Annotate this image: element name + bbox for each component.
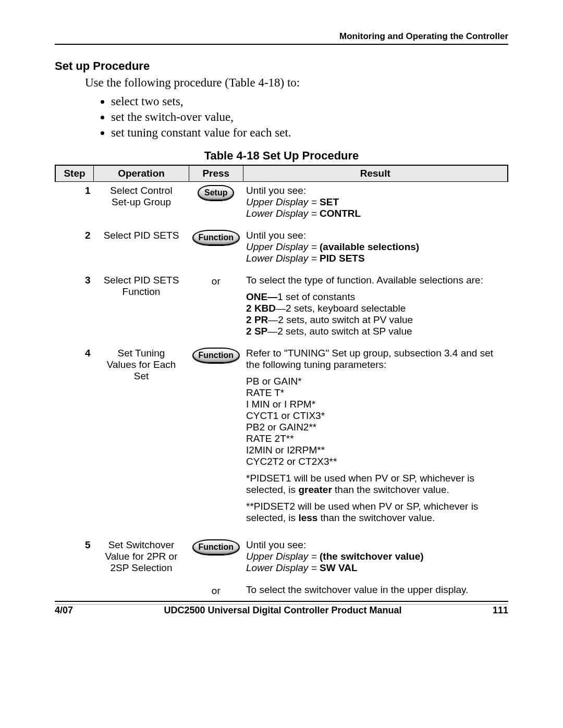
result-line: Until you see: — [246, 539, 505, 551]
bullet-list: select two sets, set the switch-over val… — [90, 95, 508, 140]
intro-text: Use the following procedure (Table 4-18)… — [85, 76, 508, 90]
operation-line: Set — [97, 371, 186, 382]
table-row: 1 Select Control Set-up Group Setup Unti… — [55, 182, 508, 227]
operation-line: Set-up Group — [97, 196, 186, 208]
param-line: PB or GAIN* — [246, 376, 505, 387]
option-bold: 2 SP — [246, 326, 267, 337]
result-cell: To select the type of function. Availabl… — [243, 272, 508, 344]
option-text: —2 sets, auto switch at PV value — [268, 314, 413, 325]
lower-display-value: CONTRL — [320, 208, 361, 219]
operation-line: Set Tuning — [97, 348, 186, 359]
setup-key-icon: Setup — [198, 185, 234, 201]
option-text: —2 sets, auto switch at SP value — [267, 326, 412, 337]
note-text: than the switchover value. — [332, 484, 449, 495]
result-line: Until you see: — [246, 230, 505, 241]
lower-display-label: Lower Display = — [246, 562, 320, 573]
upper-display-label: Upper Display = — [246, 196, 320, 207]
param-line: I2MIN or I2RPM** — [246, 445, 505, 456]
param-line: I MIN or I RPM* — [246, 399, 505, 410]
upper-display-label: Upper Display = — [246, 551, 320, 562]
param-line: RATE 2T** — [246, 433, 505, 445]
step-number: 1 — [55, 182, 94, 227]
operation-cell: Select PID SETS Function — [94, 272, 189, 344]
note-2: **PIDSET2 will be used when PV or SP, wh… — [246, 501, 505, 524]
operation-line: Function — [97, 286, 186, 298]
option-text: —2 sets, keyboard selectable — [276, 303, 406, 314]
footer-date: 4/07 — [55, 605, 73, 616]
result-line: ONE—1 set of constants — [246, 291, 505, 303]
table-row: 2 Select PID SETS Function Until you see… — [55, 227, 508, 272]
option-bold: 2 PR — [246, 314, 268, 325]
lower-display-label: Lower Display = — [246, 208, 320, 219]
option-bold: 2 KBD — [246, 303, 276, 314]
table-header-row: Step Operation Press Result — [55, 165, 508, 182]
function-key-icon: Function — [192, 539, 240, 555]
operation-cell: Set Tuning Values for Each Set — [94, 344, 189, 536]
option-bold: ONE— — [246, 291, 277, 302]
param-line: PB2 or GAIN2** — [246, 422, 505, 433]
result-cell: Until you see: Upper Display = (the swit… — [243, 536, 508, 581]
footer-rule — [55, 601, 508, 602]
th-operation: Operation — [94, 165, 189, 182]
press-cell: Setup — [189, 182, 243, 227]
result-line: Until you see: — [246, 185, 505, 196]
option-text: 1 set of constants — [277, 291, 355, 302]
footer-page-no: 111 — [493, 605, 508, 616]
upper-display-value: (available selections) — [320, 241, 419, 252]
th-step: Step — [55, 165, 94, 182]
operation-line: 2SP Selection — [97, 562, 186, 574]
result-line: 2 KBD—2 sets, keyboard selectable — [246, 303, 505, 314]
result-line: 2 SP—2 sets, auto switch at SP value — [246, 326, 505, 337]
header-rule — [55, 44, 508, 45]
operation-cell: Set Switchover Value for 2PR or 2SP Sele… — [94, 536, 189, 581]
upper-display-label: Upper Display = — [246, 241, 320, 252]
operation-line: Set Switchover — [97, 539, 186, 551]
function-key-icon: Function — [192, 348, 240, 363]
or-text: or — [192, 276, 240, 287]
operation-line: Value for 2PR or — [97, 551, 186, 562]
bullet-item: select two sets, — [111, 95, 508, 108]
result-line: 2 PR—2 sets, auto switch at PV value — [246, 314, 505, 326]
press-cell: or — [189, 272, 243, 344]
page: Monitoring and Operating the Controller … — [0, 0, 563, 728]
operation-line: Select PID SETS — [97, 230, 186, 241]
result-line: Lower Display = CONTRL — [246, 208, 505, 219]
section-title: Set up Procedure — [55, 59, 508, 73]
table-row: 4 Set Tuning Values for Each Set Functio… — [55, 344, 508, 536]
operation-line: Select PID SETS — [97, 275, 186, 286]
upper-display-value: SET — [320, 196, 339, 207]
function-key-icon: Function — [192, 230, 240, 245]
bullet-item: set tuning constant value for each set. — [111, 126, 508, 140]
result-line: To select the type of function. Availabl… — [246, 275, 505, 286]
footer-title: UDC2500 Universal Digital Controller Pro… — [164, 605, 401, 616]
step-number: 4 — [55, 344, 94, 536]
page-footer: 4/07 UDC2500 Universal Digital Controlle… — [55, 601, 508, 616]
lower-display-label: Lower Display = — [246, 253, 320, 264]
th-result: Result — [243, 165, 508, 182]
or-text: or — [192, 585, 240, 597]
table-row: 5 Set Switchover Value for 2PR or 2SP Se… — [55, 536, 508, 581]
operation-cell: Select PID SETS — [94, 227, 189, 272]
result-line: Upper Display = SET — [246, 196, 505, 208]
press-cell: Function — [189, 536, 243, 581]
result-line: Upper Display = (available selections) — [246, 241, 505, 253]
press-cell: Function — [189, 344, 243, 536]
th-press: Press — [189, 165, 243, 182]
note-bold: less — [298, 512, 317, 523]
upper-display-value: (the switchover value) — [320, 551, 424, 562]
result-cell: Until you see: Upper Display = (availabl… — [243, 227, 508, 272]
procedure-table: Step Operation Press Result 1 Select Con… — [55, 165, 508, 604]
operation-cell: Select Control Set-up Group — [94, 182, 189, 227]
step-number: 3 — [55, 272, 94, 344]
table-row: 3 Select PID SETS Function or To select … — [55, 272, 508, 344]
step-number: 2 — [55, 227, 94, 272]
result-line: Upper Display = (the switchover value) — [246, 551, 505, 562]
footer-row: 4/07 UDC2500 Universal Digital Controlle… — [55, 605, 508, 616]
press-cell: Function — [189, 227, 243, 272]
note-text: than the switchover value. — [317, 512, 435, 523]
operation-line: Values for Each — [97, 359, 186, 371]
param-line: CYCT1 or CTIX3* — [246, 410, 505, 422]
result-line: Lower Display = SW VAL — [246, 562, 505, 574]
result-line: Refer to "TUNING" Set up group, subsecti… — [246, 348, 505, 371]
lower-display-value: PID SETS — [320, 253, 365, 264]
